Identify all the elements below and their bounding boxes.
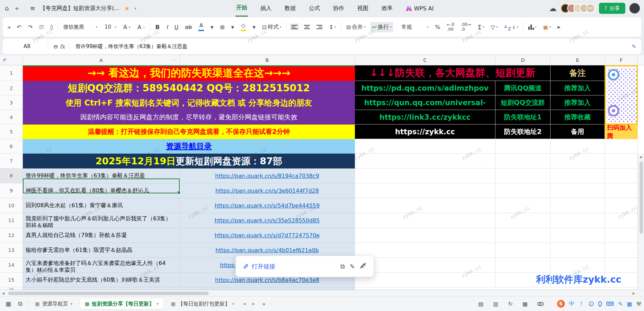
- row-number[interactable]: 6: [0, 139, 23, 154]
- board-view-icon[interactable]: ▦: [3, 300, 13, 308]
- column-header-a[interactable]: A···: [23, 55, 180, 65]
- ime-language-toggle[interactable]: 中: [569, 300, 574, 308]
- wrap-text-button[interactable]: ↩ 换行▾: [370, 22, 393, 32]
- row-number[interactable]: 12: [0, 228, 23, 243]
- add-sheet-icon[interactable]: ＋: [259, 299, 269, 309]
- tab-efficiency[interactable]: 效率: [381, 1, 393, 16]
- tab-collaborate[interactable]: 协作: [332, 1, 345, 16]
- row-number[interactable]: 2: [0, 81, 23, 95]
- drama-title-cell[interactable]: 输给你爹无需自卑（61集）陈贤宇＆赵晶晶: [23, 243, 180, 258]
- underline-button[interactable]: U: [173, 22, 180, 32]
- normal-view-icon[interactable]: ▤: [478, 301, 483, 307]
- share-button[interactable]: ⤴ 分享: [599, 3, 626, 14]
- font-color-button[interactable]: A: [197, 21, 206, 33]
- decrease-decimal-icon[interactable]: .00→.0: [459, 21, 473, 33]
- ime-grid-icon[interactable]: ▦: [627, 301, 632, 307]
- new-tab-icon[interactable]: ＋: [14, 5, 20, 11]
- name-box[interactable]: A8: [6, 43, 48, 49]
- empty-cell[interactable]: [355, 228, 495, 243]
- drama-title-cell[interactable]: 大小姐不好惹陆总护女无底线（60集）刘碑歌＆王美淇: [23, 273, 180, 287]
- cell-a3-tip[interactable]: 使用 Ctrl+F 搜索短剧名关键词，记得收藏文档 或 分享给身边的朋友: [23, 95, 355, 110]
- cell-d5-label[interactable]: 防失联地址2: [495, 125, 551, 139]
- cell-a4-warning[interactable]: 因剧情内容可能违反网盘方的制度，尽早转存，避免部分网盘链接可能失效: [23, 110, 355, 125]
- cell-c5-link[interactable]: https://zykk.cc: [355, 125, 495, 139]
- bold-button[interactable]: B: [154, 22, 161, 32]
- row-number[interactable]: 13: [0, 243, 23, 258]
- fill-color-chevron-icon[interactable]: ▾: [251, 22, 257, 32]
- drama-title-cell[interactable]: 回到08风生水起（61集）黄宁馨＆康讯: [23, 198, 180, 213]
- borders-button[interactable]: ⊞: [218, 22, 226, 32]
- sheet-list-icon[interactable]: ⧉: [16, 300, 24, 308]
- empty-cell[interactable]: [495, 154, 551, 168]
- vertical-align-button[interactable]: ↕▾: [327, 22, 338, 32]
- row-number[interactable]: 15: [0, 273, 23, 287]
- cell-c2-link[interactable]: https://pd.qq.com/s/adimzhpov: [355, 81, 495, 95]
- align-right-button[interactable]: [315, 24, 324, 30]
- empty-cell[interactable]: [355, 213, 495, 228]
- insert-image-button[interactable]: ▣▾: [542, 22, 553, 32]
- italic-button[interactable]: I: [164, 22, 170, 32]
- fill-color-button[interactable]: ◇: [239, 21, 248, 33]
- row-number[interactable]: 7: [0, 154, 23, 168]
- empty-cell[interactable]: [355, 287, 638, 290]
- sogou-ime-icon[interactable]: S: [557, 300, 565, 308]
- favorite-star-icon[interactable]: ★: [124, 5, 129, 12]
- drama-title-cell[interactable]: 我竟听到了腹中胎儿心声＆听到胎儿心声后我笑了（63集）郭祥＆杨晴: [23, 213, 180, 228]
- page-layout-icon[interactable]: ▥: [493, 301, 498, 307]
- scroll-right-icon[interactable]: ▶: [630, 292, 637, 295]
- column-header-e[interactable]: E: [551, 55, 605, 65]
- row-number[interactable]: 11: [0, 213, 23, 228]
- tab-wps-ai[interactable]: WPS AI: [405, 1, 434, 16]
- sync-icon[interactable]: ↻: [508, 301, 512, 307]
- vertical-scrollbar[interactable]: ▲: [638, 154, 644, 290]
- cell-d4-label[interactable]: 防失联地址1: [495, 110, 551, 125]
- empty-cell[interactable]: [551, 213, 605, 228]
- ime-mic-icon[interactable]: [598, 301, 602, 306]
- cell-e2-note[interactable]: 推荐加入: [551, 81, 605, 95]
- cell-a7-update-title[interactable]: 2025年12月19日 更新短剧网盘资源：87部: [23, 154, 355, 168]
- more-tools-icon[interactable]: ▶: [556, 24, 562, 31]
- hidden-columns-dots[interactable]: ···: [172, 57, 177, 63]
- collaborator-avatars[interactable]: WP: [561, 4, 595, 13]
- empty-cell[interactable]: [551, 198, 605, 213]
- cell-style-button[interactable]: ⊡ 样式▾: [260, 22, 283, 32]
- ime-settings-icon[interactable]: ⚒: [636, 301, 641, 307]
- empty-cell[interactable]: [605, 154, 638, 168]
- cell-a2-qq-group[interactable]: 短剧QQ交流群：589540442 QQ号：2812515012: [23, 81, 355, 95]
- user-profile-avatar[interactable]: [629, 3, 640, 13]
- tab-data[interactable]: 数据: [284, 1, 296, 16]
- cell-e5-note[interactable]: 备用: [551, 125, 605, 139]
- home-icon[interactable]: ⌂: [5, 5, 9, 11]
- cell-a6-nav-title[interactable]: 资源导航目录: [23, 139, 355, 154]
- font-color-chevron-icon[interactable]: ▾: [209, 22, 215, 32]
- horizontal-scroll-thumb[interactable]: [8, 292, 209, 295]
- ime-emoji-icon[interactable]: ☺: [588, 301, 594, 307]
- cell-a1-banner[interactable]: →→ 看这边，我们的防失联渠道全在这→→→: [23, 65, 355, 81]
- borders-chevron-icon[interactable]: ▾: [230, 22, 236, 32]
- drama-link-cell[interactable]: https://pan.quark.cn/s/54d7be444559: [180, 198, 355, 213]
- empty-cell[interactable]: [605, 198, 638, 213]
- cell-c4-link[interactable]: https://link3.cc/zykkcc: [355, 110, 495, 125]
- sheet-tab-nav[interactable]: ▦资源导航页▾: [30, 299, 77, 309]
- percent-style-button[interactable]: %: [433, 22, 442, 32]
- cell-c1-banner[interactable]: ↓↓↓防失联，各大网盘群、短剧更新: [355, 65, 551, 81]
- empty-cell[interactable]: [355, 154, 495, 168]
- column-header-d[interactable]: D: [495, 55, 551, 65]
- empty-cell[interactable]: [355, 258, 495, 273]
- empty-cell[interactable]: [495, 139, 551, 154]
- empty-cell[interactable]: [605, 183, 638, 198]
- row-number[interactable]: 9: [0, 183, 23, 198]
- vertical-scroll-thumb[interactable]: [639, 161, 643, 234]
- copy-link-icon[interactable]: ⧉: [340, 263, 345, 270]
- eraser-icon[interactable]: ◊: [48, 22, 55, 32]
- tab-home[interactable]: 开始: [235, 0, 248, 17]
- tab-formula[interactable]: 公式: [308, 1, 321, 16]
- empty-cell[interactable]: [355, 183, 495, 198]
- font-name-select[interactable]: 微软雅黑▾: [61, 22, 99, 32]
- ime-skin-icon[interactable]: ✎: [618, 301, 623, 307]
- row-number[interactable]: 8: [0, 168, 23, 183]
- empty-cell[interactable]: [551, 154, 605, 168]
- select-all-corner[interactable]: [0, 55, 23, 65]
- ime-keyboard-icon[interactable]: ⌨: [606, 301, 614, 307]
- tab-insert[interactable]: 插入: [260, 1, 272, 16]
